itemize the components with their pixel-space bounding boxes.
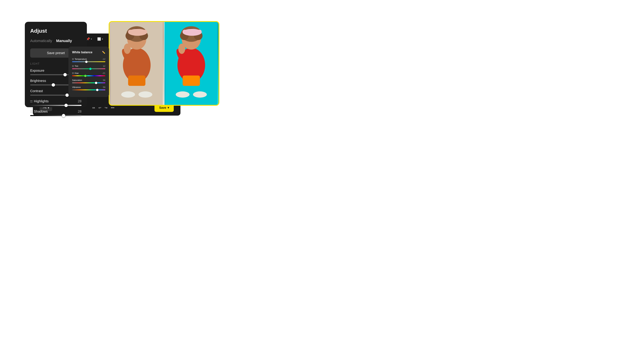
pin-tool[interactable]: 📌 ▾ xyxy=(86,37,92,41)
exposure-thumb[interactable] xyxy=(64,73,67,76)
crop-arrow: ▾ xyxy=(102,38,103,40)
wb-vibrance-value: 59 xyxy=(103,86,105,88)
svg-point-24 xyxy=(176,91,190,98)
wb-tint-track[interactable] xyxy=(72,68,105,69)
undo-button[interactable]: ↩ xyxy=(98,106,101,110)
shadows-icon xyxy=(30,111,32,112)
svg-rect-22 xyxy=(183,30,202,33)
svg-point-25 xyxy=(193,91,207,98)
svg-point-13 xyxy=(124,43,131,54)
wb-saturation-label: Saturation xyxy=(72,79,82,81)
image-before xyxy=(110,22,164,105)
shadows-slider-row: Shadows 28 xyxy=(30,110,82,116)
wb-temperature-label: Temperature xyxy=(72,58,87,60)
highlights-label: Highlights xyxy=(30,99,49,103)
exposure-label: Exposure xyxy=(30,69,44,73)
wb-saturation-track[interactable] xyxy=(72,82,105,83)
crop-icon: ⬜ xyxy=(97,37,101,41)
tab-automatically[interactable]: Automatically xyxy=(30,39,52,43)
wb-hue-label: Hue xyxy=(72,72,79,74)
person-before-svg xyxy=(110,22,164,105)
crop-tool[interactable]: ⬜ ▾ xyxy=(97,37,103,41)
save-label: Save xyxy=(159,106,166,110)
comparison-divider xyxy=(164,22,164,105)
pin-arrow: ▾ xyxy=(91,38,92,40)
wb-saturation-value: 56 xyxy=(103,79,105,81)
svg-point-27 xyxy=(178,43,185,54)
wb-vibrance-track[interactable] xyxy=(72,89,105,90)
wb-vibrance-thumb[interactable] xyxy=(96,89,98,91)
contrast-label: Contrast xyxy=(30,89,43,93)
wb-temperature-track[interactable] xyxy=(72,61,105,62)
shadows-track[interactable] xyxy=(30,115,82,116)
wb-edit-icon[interactable]: ✏️ xyxy=(102,51,105,54)
image-after xyxy=(164,22,218,105)
brightness-thumb[interactable] xyxy=(52,83,55,87)
shadows-label: Shadows xyxy=(30,110,48,113)
highlights-slider-row: Highlights 28 xyxy=(30,99,82,106)
shadows-value: 28 xyxy=(78,110,82,113)
wb-hue-track[interactable] xyxy=(72,75,105,76)
tab-row: Automatically Manually xyxy=(30,39,82,43)
image-comparison xyxy=(109,21,219,106)
wb-vibrance-row: Vibrance 59 xyxy=(72,86,105,90)
tab-manually[interactable]: Manually xyxy=(56,39,72,43)
brightness-label: Brightness xyxy=(30,79,46,83)
person-after-svg xyxy=(164,22,218,105)
highlights-thumb[interactable] xyxy=(64,104,68,107)
shadows-thumb[interactable] xyxy=(62,114,65,117)
wb-temperature-row: Temperature -12 xyxy=(72,58,105,62)
wb-panel: White balance ✏️ Temperature -12 Tint 12 xyxy=(68,47,109,97)
highlights-icon xyxy=(30,101,32,102)
wb-tint-thumb[interactable] xyxy=(89,68,92,70)
wb-saturation-row: Saturation 56 xyxy=(72,79,105,83)
wb-hue-thumb[interactable] xyxy=(84,75,86,77)
compare-button[interactable]: ⇔ xyxy=(92,106,95,110)
save-arrow: ▾ xyxy=(168,106,169,110)
redo-button[interactable]: ↪ xyxy=(105,106,108,110)
wb-hue-value: -21 xyxy=(102,72,105,74)
svg-point-10 xyxy=(121,91,135,98)
wb-tint-value: 12 xyxy=(103,65,105,67)
wb-temperature-thumb[interactable] xyxy=(85,61,88,63)
wb-header: White balance ✏️ xyxy=(72,51,105,54)
more-button[interactable]: ••• xyxy=(111,106,114,110)
action-group: ⇔ ↩ ↪ ••• xyxy=(92,106,114,110)
wb-tint-row: Tint 12 xyxy=(72,65,105,69)
hue-icon xyxy=(72,73,74,74)
wb-vibrance-label: Vibrance xyxy=(72,86,81,88)
wb-temperature-value: -12 xyxy=(102,58,105,60)
svg-rect-23 xyxy=(183,76,200,86)
svg-rect-9 xyxy=(128,76,146,86)
temperature-icon xyxy=(72,58,74,60)
svg-rect-8 xyxy=(128,30,147,33)
highlights-track[interactable] xyxy=(30,105,82,106)
adjust-title: Adjust xyxy=(30,28,82,34)
wb-title: White balance xyxy=(72,51,92,54)
tint-icon xyxy=(72,65,74,67)
wb-hue-row: Hue -21 xyxy=(72,72,105,76)
wb-tint-label: Tint xyxy=(72,65,78,67)
highlights-value: 28 xyxy=(78,99,82,103)
wb-saturation-thumb[interactable] xyxy=(95,82,97,84)
svg-point-11 xyxy=(138,91,152,98)
